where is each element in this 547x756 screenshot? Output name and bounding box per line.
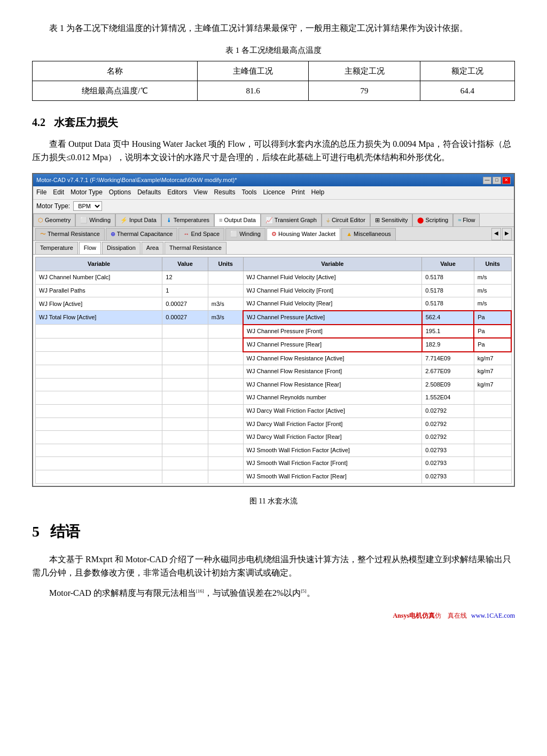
mc-val1-cell [162, 378, 208, 391]
outputdata-icon: ≡ [219, 216, 222, 225]
tab-winding[interactable]: ⬜ Winding [75, 214, 115, 227]
data-area: Variable Value Units Variable Value Unit… [33, 255, 514, 486]
menubar: File Edit Motor Type Options Defaults Ed… [33, 186, 514, 199]
tab-temperatures[interactable]: 🌡 Temperatures [161, 214, 214, 227]
geometry-icon: ⬡ [38, 216, 43, 225]
mc-val1-cell: 12 [162, 271, 208, 285]
cell-main-rated-val: 79 [309, 81, 420, 100]
tab-outputdata-label: Output Data [224, 216, 256, 225]
content-tab-area[interactable]: Area [142, 242, 163, 254]
tab-scripting-label: Scripting [425, 216, 448, 225]
content-tab-thermal-resistance[interactable]: Thermal Resistance [165, 242, 226, 254]
mc-unit2-cell [474, 405, 511, 418]
mc-val2-cell: 0.5178 [422, 284, 474, 297]
mc-var1-cell [36, 352, 162, 365]
subtab-thermal-capacitance-label: Thermal Capacitance [117, 230, 173, 239]
col-header-rated-main: 主额定工况 [309, 61, 420, 81]
row-label: 绕组最高点温度/℃ [33, 81, 198, 100]
subtab-thermal-resistance[interactable]: 〜 Thermal Resistance [35, 228, 105, 240]
mc-var1-cell [36, 391, 162, 405]
winding-icon: ⬜ [80, 216, 88, 225]
menu-defaults[interactable]: Defaults [137, 187, 161, 198]
menu-help[interactable]: Help [311, 187, 324, 198]
mc-var1-cell: WJ Parallel Paths [36, 284, 162, 297]
mc-unit2-cell [474, 418, 511, 431]
mc-unit1-cell [208, 352, 243, 365]
menu-print[interactable]: Print [292, 187, 305, 198]
mc-var1-cell [36, 470, 162, 484]
subtab-end-space[interactable]: ↔ End Space [178, 228, 224, 240]
motor-type-select[interactable]: BPM [73, 201, 102, 211]
tab-sensitivity[interactable]: ⊞ Sensitivity [370, 214, 413, 227]
motorcad-window: Motor-CAD v7.4.7.1 (F:\Working\Bona\Exam… [32, 173, 515, 487]
mc-unit2-cell: kg/m7 [474, 378, 511, 391]
maximize-button[interactable]: □ [493, 177, 501, 184]
menu-options[interactable]: Options [109, 187, 131, 198]
tab-geometry[interactable]: ⬡ Geometry [33, 214, 75, 227]
menu-results[interactable]: Results [214, 187, 235, 198]
tab-transient[interactable]: 📈 Transient Graph [261, 214, 322, 227]
subtab-housing-water-jacket[interactable]: ⚙ Housing Water Jacket [267, 228, 340, 240]
mc-var2-cell: WJ Channel Pressure [Front] [243, 325, 422, 338]
mc-unit1-cell [208, 365, 243, 379]
menu-motortype[interactable]: Motor Type [71, 187, 103, 198]
scroll-right-btn[interactable]: ▶ [502, 228, 512, 240]
window-titlebar: Motor-CAD v7.4.7.1 (F:\Working\Bona\Exam… [33, 174, 514, 187]
menu-tools[interactable]: Tools [241, 187, 256, 198]
col-header-name: 名称 [33, 61, 198, 81]
menu-editors[interactable]: Editors [167, 187, 187, 198]
content-tab-flow[interactable]: Flow [79, 242, 101, 254]
winding-temp-table: 名称 主峰值工况 主额定工况 额定工况 绕组最高点温度/℃ 81.6 79 64… [32, 61, 515, 101]
minimize-button[interactable]: — [483, 177, 491, 184]
mc-var1-cell [36, 338, 162, 352]
mc-val1-cell [162, 325, 208, 338]
scroll-left-btn[interactable]: ◀ [491, 228, 501, 240]
mc-var1-cell: WJ Flow [Active] [36, 297, 162, 311]
mc-var2-cell: WJ Smooth Wall Friction Factor [Active] [243, 444, 422, 457]
subtab-thermal-capacitance[interactable]: ⊕ Thermal Capacitance [106, 228, 178, 240]
content-tab-temperature[interactable]: Temperature [35, 242, 78, 254]
mc-val1-cell [162, 352, 208, 365]
tab-inputdata[interactable]: ⚡ Input Data [115, 214, 161, 227]
content-tab-dissipation[interactable]: Dissipation [102, 242, 140, 254]
section-42-title: 水套压力损失 [54, 114, 118, 131]
fig-caption: 图 11 水套水流 [32, 495, 515, 507]
mc-unit1-cell [208, 378, 243, 391]
tab-circuit[interactable]: ⏚ Circuit Editor [322, 214, 370, 227]
cell-rated-val: 64.4 [420, 81, 514, 100]
tab-sensitivity-label: Sensitivity [381, 216, 408, 225]
para2-sup1: [16] [196, 588, 204, 594]
tab-scripting[interactable]: ⬤ Scripting [412, 214, 453, 227]
menu-edit[interactable]: Edit [53, 187, 64, 198]
col-h-unit1: Units [208, 257, 243, 271]
mc-var1-cell [36, 405, 162, 418]
thermal-capacitance-icon: ⊕ [111, 230, 115, 239]
cell-peak-val: 81.6 [197, 81, 308, 100]
section-42-heading: 4.2 水套压力损失 [32, 114, 515, 131]
content-tab-bar: Temperature Flow Dissipation Area Therma… [33, 241, 514, 255]
mc-unit2-cell [474, 431, 511, 444]
menu-file[interactable]: File [36, 187, 46, 198]
mc-var2-cell: WJ Darcy Wall Friction Factor [Rear] [243, 431, 422, 444]
menu-licence[interactable]: Licence [263, 187, 285, 198]
close-button[interactable]: ✕ [502, 177, 511, 184]
mc-var2-cell: WJ Channel Fluid Velocity [Front] [243, 284, 422, 297]
para2-num: 2% [272, 588, 284, 597]
mc-var1-cell [36, 378, 162, 391]
tab-outputdata[interactable]: ≡ Output Data [214, 214, 261, 227]
subtab-miscellaneous[interactable]: ▲ Miscellaneous [341, 228, 396, 240]
inputdata-icon: ⚡ [120, 216, 128, 225]
menu-view[interactable]: View [194, 187, 208, 198]
mc-unit2-cell: m/s [474, 284, 511, 297]
mc-unit2-cell: Pa [474, 325, 511, 338]
mc-var2-cell: WJ Channel Fluid Velocity [Rear] [243, 297, 422, 311]
mc-var2-cell: WJ Channel Flow Resistance [Active] [243, 352, 422, 365]
subtab-miscellaneous-label: Miscellaneous [354, 230, 391, 239]
mc-unit1-cell [208, 391, 243, 405]
window-controls[interactable]: — □ ✕ [483, 177, 511, 184]
tab-flow[interactable]: ≈ Flow [453, 214, 480, 227]
mc-unit1-cell [208, 431, 243, 444]
para2-sup2: [5] [301, 588, 307, 594]
subtab-winding[interactable]: ⬜ Winding [225, 228, 265, 240]
tab-temperatures-label: Temperatures [174, 216, 209, 225]
